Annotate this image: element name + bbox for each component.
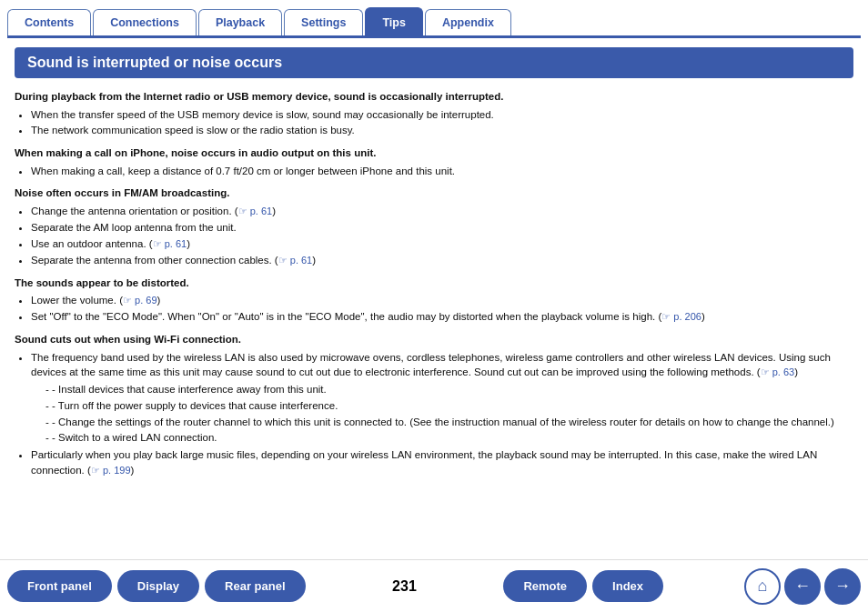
bullets-5: The frequency band used by the wireless …	[31, 350, 853, 478]
bottom-nav-buttons: Front panel Display Rear panel	[7, 570, 306, 602]
tab-settings[interactable]: Settings	[284, 9, 363, 35]
list-item: Lower the volume. (☞ p. 69)	[31, 293, 853, 308]
bottom-bar: Front panel Display Rear panel 231 Remot…	[0, 559, 868, 612]
ref-link[interactable]: ☞ p. 61	[238, 206, 273, 216]
display-button[interactable]: Display	[117, 570, 199, 602]
index-button[interactable]: Index	[592, 570, 663, 602]
bullets-4: Lower the volume. (☞ p. 69) Set "Off" to…	[31, 293, 853, 325]
heading-5: Sound cuts out when using Wi-Fi connecti…	[15, 332, 853, 347]
tabs-bar: ContentsConnectionsPlaybackSettingsTipsA…	[0, 0, 868, 35]
heading-2: When making a call on iPhone, noise occu…	[15, 145, 853, 161]
list-item: - Turn off the power supply to devices t…	[45, 398, 853, 414]
home-icon: ⌂	[758, 577, 768, 596]
rear-panel-button[interactable]: Rear panel	[205, 570, 305, 602]
ref-link[interactable]: ☞ p. 206	[661, 311, 701, 322]
list-item: Separate the antenna from other connecti…	[31, 253, 853, 268]
tab-appendix[interactable]: Appendix	[425, 9, 511, 35]
tab-contents[interactable]: Contents	[7, 9, 91, 35]
section-title: Sound is interrupted or noise occurs	[15, 47, 853, 78]
body-content: During playback from the Internet radio …	[15, 89, 853, 478]
tab-playback[interactable]: Playback	[198, 9, 282, 35]
ref-link[interactable]: ☞ p. 69	[123, 295, 157, 306]
list-item: The frequency band used by the wireless …	[31, 350, 853, 446]
bottom-nav-buttons-right: Remote Index	[503, 570, 663, 602]
content-area: Sound is interrupted or noise occurs Dur…	[0, 38, 868, 489]
list-item: - Switch to a wired LAN connection.	[45, 430, 853, 446]
front-panel-button[interactable]: Front panel	[7, 570, 112, 602]
remote-button[interactable]: Remote	[503, 570, 587, 602]
bullets-2: When making a call, keep a distance of 0…	[31, 164, 853, 179]
list-item: Use an outdoor antenna. (☞ p. 61)	[31, 236, 853, 252]
bullets-3: Change the antenna orientation or positi…	[31, 204, 853, 267]
tab-connections[interactable]: Connections	[93, 9, 197, 35]
ref-link[interactable]: ☞ p. 61	[278, 255, 313, 266]
heading-4: The sounds appear to be distorted.	[15, 276, 853, 291]
bullets-1: When the transfer speed of the USB memor…	[31, 107, 853, 138]
ref-link[interactable]: ☞ p. 63	[761, 366, 795, 377]
list-item: Separate the AM loop antenna from the un…	[31, 220, 853, 236]
list-item: When making a call, keep a distance of 0…	[31, 164, 853, 179]
forward-button[interactable]: →	[824, 568, 861, 605]
indent-list: - Install devices that cause interferenc…	[45, 382, 853, 446]
page-number: 231	[386, 578, 422, 595]
list-item: Change the antenna orientation or positi…	[31, 204, 853, 219]
list-item: The network communication speed is slow …	[31, 123, 853, 138]
ref-link[interactable]: ☞ p. 61	[153, 238, 187, 249]
back-icon: ←	[794, 577, 811, 596]
tab-tips[interactable]: Tips	[365, 7, 422, 35]
home-button[interactable]: ⌂	[744, 568, 781, 605]
heading-1: During playback from the Internet radio …	[15, 89, 853, 105]
back-button[interactable]: ←	[784, 568, 821, 605]
ref-link[interactable]: ☞ p. 199	[91, 465, 131, 476]
icon-buttons: ⌂ ← →	[744, 568, 861, 605]
list-item: Set "Off" to the "ECO Mode". When "On" o…	[31, 309, 853, 325]
forward-icon: →	[834, 577, 851, 596]
list-item: - Change the settings of the router chan…	[45, 415, 853, 430]
list-item: Particularly when you play back large mu…	[31, 447, 853, 478]
list-item: When the transfer speed of the USB memor…	[31, 107, 853, 123]
heading-3: Noise often occurs in FM/AM broadcasting…	[15, 186, 853, 201]
list-item: - Install devices that cause interferenc…	[45, 382, 853, 397]
